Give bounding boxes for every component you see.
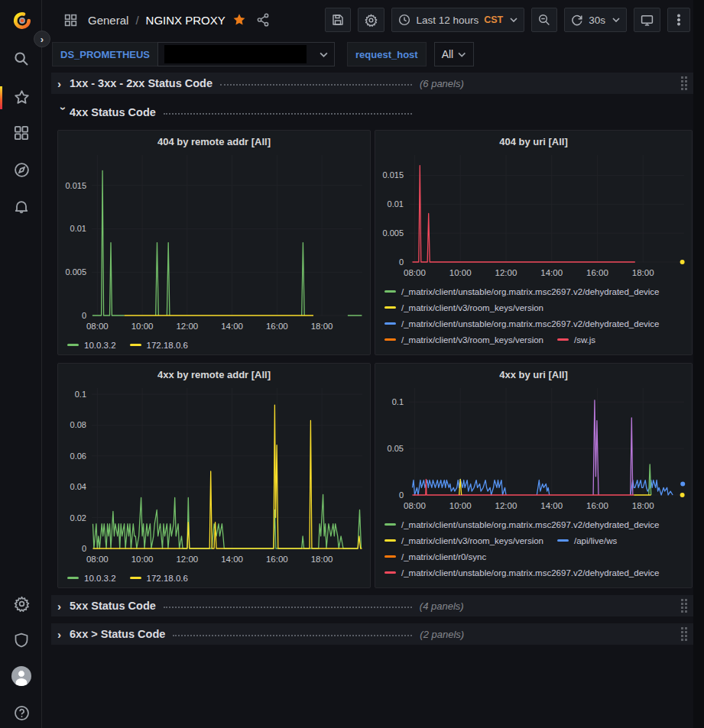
row-dotted-leader bbox=[173, 627, 412, 636]
legend-item[interactable]: 172.18.0.6 bbox=[130, 574, 188, 583]
explore-compass-icon[interactable] bbox=[11, 159, 32, 180]
panel-title[interactable]: 404 by remote addr [All] bbox=[58, 131, 370, 152]
dashboard-settings-button[interactable] bbox=[358, 8, 384, 32]
scrollbar-track[interactable] bbox=[693, 0, 704, 728]
search-icon[interactable] bbox=[11, 48, 32, 70]
svg-text:0: 0 bbox=[399, 490, 404, 500]
dashboard-row-6xx-status-code[interactable]: ›6xx > Status Code(2 panels) bbox=[51, 623, 693, 645]
legend-series-label: /_matrix/client/v3/room_keys/version bbox=[401, 335, 543, 345]
chevron-right-icon: › bbox=[57, 628, 70, 641]
legend-item[interactable]: 10.0.3.2 bbox=[67, 341, 116, 350]
svg-text:12:00: 12:00 bbox=[176, 322, 198, 331]
svg-text:10:00: 10:00 bbox=[449, 501, 472, 510]
svg-text:10:00: 10:00 bbox=[131, 322, 154, 331]
legend-item[interactable]: /_matrix/client/unstable/org.matrix.msc2… bbox=[384, 520, 660, 529]
save-dashboard-button[interactable] bbox=[325, 8, 351, 32]
row-title: 1xx - 3xx - 2xx Status Code bbox=[70, 77, 212, 89]
legend-series-label: /api/live/ws bbox=[574, 536, 617, 545]
datasource-variable-select[interactable] bbox=[157, 42, 335, 66]
legend-item[interactable]: /_matrix/client/v3/room_keys/version bbox=[384, 536, 543, 545]
sidebar: › bbox=[0, 0, 42, 728]
chart-canvas[interactable]: 00.020.040.060.080.108:0010:0012:0014:00… bbox=[58, 385, 370, 568]
svg-text:12:00: 12:00 bbox=[495, 501, 517, 510]
chart-canvas[interactable]: 00.050.108:0010:0012:0014:0016:0018:00 bbox=[375, 385, 692, 515]
breadcrumb-folder[interactable]: General bbox=[88, 14, 128, 27]
panel-legend: /_matrix/client/unstable/org.matrix.msc2… bbox=[375, 515, 692, 581]
row-panel-count: (4 panels) bbox=[420, 600, 464, 612]
legend-item[interactable]: /_matrix/client/unstable/org.matrix.msc2… bbox=[384, 287, 660, 296]
legend-series-swatch bbox=[130, 344, 141, 346]
legend-item[interactable]: 172.18.0.6 bbox=[130, 341, 188, 350]
dashboard-row-1xx-3xx-2xx-status-code[interactable]: ›1xx - 3xx - 2xx Status Code(6 panels) bbox=[51, 73, 693, 94]
legend-series-swatch bbox=[557, 539, 569, 542]
svg-text:0.05: 0.05 bbox=[388, 444, 404, 453]
panel-title[interactable]: 4xx by remote addr [All] bbox=[58, 364, 370, 385]
chart-canvas[interactable]: 00.0050.010.01508:0010:0012:0014:0016:00… bbox=[375, 152, 692, 282]
refresh-icon bbox=[571, 14, 583, 26]
legend-item[interactable]: /_matrix/client/unstable/org.matrix.msc2… bbox=[384, 319, 660, 328]
request-host-variable-select[interactable]: All bbox=[434, 42, 474, 66]
row-title: 4xx Status Code bbox=[70, 106, 156, 118]
chart-canvas[interactable]: 00.0050.010.01508:0010:0012:0014:0016:00… bbox=[58, 152, 370, 335]
panel-4xx-by-uri-all: 4xx by uri [All]00.050.108:0010:0012:001… bbox=[375, 363, 693, 588]
series-point-marker bbox=[680, 481, 685, 486]
dashboards-icon[interactable] bbox=[11, 122, 32, 144]
legend-series-label: 10.0.3.2 bbox=[84, 341, 116, 350]
legend-item[interactable]: /sw.js bbox=[557, 335, 595, 345]
request-host-variable-label[interactable]: request_host bbox=[347, 42, 427, 66]
help-icon[interactable] bbox=[11, 702, 32, 723]
save-icon bbox=[332, 14, 344, 26]
datasource-variable-label[interactable]: DS_PROMETHEUS bbox=[52, 42, 157, 66]
legend-item[interactable]: /api/live/ws bbox=[557, 536, 617, 545]
series-point-marker bbox=[680, 493, 685, 497]
alerting-bell-icon[interactable] bbox=[11, 196, 32, 217]
legend-series-label: /_matrix/client/unstable/org.matrix.msc2… bbox=[401, 568, 660, 578]
series-point-marker bbox=[680, 260, 685, 264]
time-range-picker[interactable]: Last 12 hours CST bbox=[391, 8, 524, 32]
svg-text:0.005: 0.005 bbox=[65, 267, 86, 277]
dashboard-row-5xx-status-code[interactable]: ›5xx Status Code(4 panels) bbox=[51, 595, 693, 616]
row-drag-handle[interactable] bbox=[681, 599, 687, 613]
row-drag-handle[interactable] bbox=[681, 76, 687, 90]
legend-series-label: /_matrix/client/unstable/org.matrix.msc2… bbox=[401, 520, 660, 529]
series-line bbox=[593, 400, 633, 495]
series-line bbox=[413, 166, 635, 262]
panel-legend: /_matrix/client/unstable/org.matrix.msc2… bbox=[375, 282, 692, 348]
share-icon[interactable] bbox=[256, 13, 270, 27]
legend-series-swatch bbox=[384, 322, 396, 325]
svg-text:14:00: 14:00 bbox=[221, 322, 243, 331]
legend-item[interactable]: /_matrix/client/v3/room_keys/version bbox=[384, 303, 543, 312]
row-drag-handle[interactable] bbox=[681, 627, 687, 641]
refresh-picker[interactable]: 30s bbox=[564, 8, 627, 32]
legend-item[interactable]: /_matrix/client/r0/sync bbox=[384, 552, 486, 561]
dashboard-row-4xx-status-code[interactable]: ›4xx Status Code bbox=[51, 102, 693, 123]
legend-series-swatch bbox=[67, 344, 79, 346]
server-admin-shield-icon[interactable] bbox=[11, 629, 32, 651]
user-avatar[interactable] bbox=[11, 665, 32, 687]
favorite-star-icon[interactable] bbox=[232, 13, 246, 27]
svg-text:14:00: 14:00 bbox=[221, 555, 243, 564]
svg-text:0: 0 bbox=[82, 544, 86, 553]
legend-series-label: 172.18.0.6 bbox=[147, 574, 188, 583]
more-options-kebab-button[interactable] bbox=[667, 8, 690, 32]
chevron-right-icon: › bbox=[57, 600, 70, 613]
chevron-right-icon: › bbox=[57, 77, 70, 90]
grafana-logo[interactable] bbox=[11, 9, 34, 32]
star-icon[interactable] bbox=[11, 86, 32, 108]
row-dotted-leader bbox=[164, 599, 412, 608]
legend-item[interactable]: /_matrix/client/unstable/org.matrix.msc2… bbox=[384, 568, 660, 578]
svg-text:08:00: 08:00 bbox=[404, 501, 426, 510]
svg-text:0.01: 0.01 bbox=[70, 224, 86, 233]
legend-series-swatch bbox=[384, 555, 396, 558]
svg-text:14:00: 14:00 bbox=[540, 268, 563, 277]
legend-item[interactable]: /_matrix/client/v3/room_keys/version bbox=[384, 335, 543, 345]
panel-title[interactable]: 404 by uri [All] bbox=[375, 131, 692, 152]
svg-text:18:00: 18:00 bbox=[632, 501, 654, 510]
legend-item[interactable]: 10.0.3.2 bbox=[67, 574, 116, 583]
legend-series-label: /_matrix/client/v3/room_keys/version bbox=[401, 536, 543, 545]
cycle-view-mode-button[interactable] bbox=[634, 8, 660, 32]
sidebar-expand-button[interactable]: › bbox=[34, 31, 50, 47]
settings-gear-icon[interactable] bbox=[11, 593, 32, 614]
zoom-out-time-button[interactable] bbox=[531, 8, 557, 32]
panel-title[interactable]: 4xx by uri [All] bbox=[375, 364, 692, 385]
